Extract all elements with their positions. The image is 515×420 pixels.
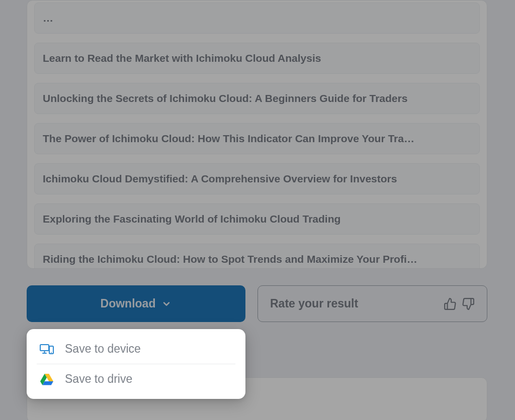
- list-item[interactable]: The Power of Ichimoku Cloud: How This In…: [34, 123, 480, 154]
- menu-item-save-drive[interactable]: Save to drive: [27, 364, 245, 394]
- rate-label: Rate your result: [270, 297, 358, 310]
- rate-box: Rate your result: [258, 285, 487, 322]
- actions-row: Download Rate your result: [27, 285, 487, 322]
- results-card: … Learn to Read the Market with Ichimoku…: [27, 0, 487, 269]
- list-item[interactable]: Exploring the Fascinating World of Ichim…: [34, 203, 480, 235]
- svg-rect-0: [40, 345, 49, 351]
- list-item[interactable]: Unlocking the Secrets of Ichimoku Cloud:…: [34, 83, 480, 114]
- svg-point-4: [51, 352, 52, 353]
- thumbs-group: [444, 297, 475, 310]
- chevron-down-icon: [161, 299, 171, 309]
- download-menu: Save to device Save to drive: [27, 329, 245, 399]
- list-item[interactable]: Ichimoku Cloud Demystified: A Comprehens…: [34, 163, 480, 194]
- download-button[interactable]: Download: [27, 285, 245, 322]
- download-button-label: Download: [101, 297, 156, 310]
- thumbs-up-icon[interactable]: [444, 297, 457, 310]
- thumbs-down-icon[interactable]: [462, 297, 475, 310]
- list-item[interactable]: Riding the Ichimoku Cloud: How to Spot T…: [34, 244, 480, 269]
- list-item[interactable]: …: [34, 3, 480, 34]
- menu-item-label: Save to drive: [65, 372, 132, 386]
- list-item[interactable]: Learn to Read the Market with Ichimoku C…: [34, 43, 480, 74]
- menu-item-save-device[interactable]: Save to device: [27, 334, 245, 364]
- menu-item-label: Save to device: [65, 342, 141, 356]
- devices-icon: [40, 344, 54, 355]
- google-drive-icon: [40, 373, 54, 386]
